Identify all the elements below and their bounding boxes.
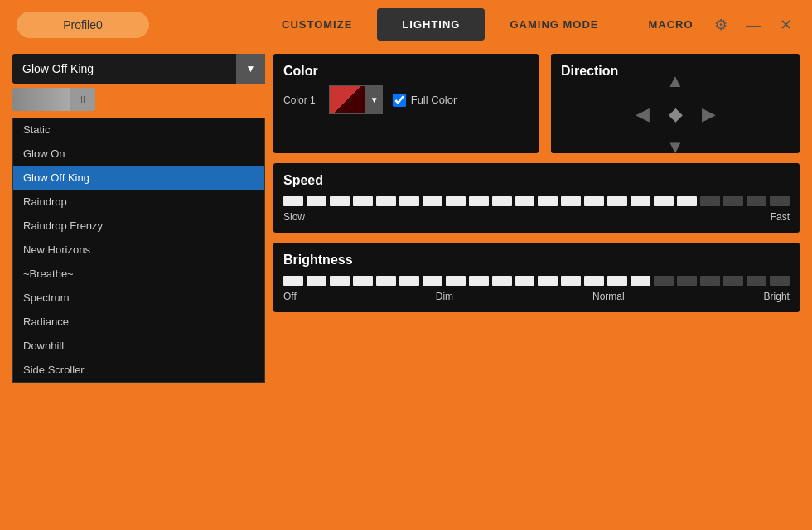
window-controls: ⚙ — ✕: [711, 15, 795, 35]
brightness-segment-12[interactable]: [561, 276, 581, 286]
list-item-selected[interactable]: Glow Off King: [13, 166, 264, 190]
close-button[interactable]: ✕: [776, 15, 795, 35]
brightness-panel: Brightness Off Dim Normal Bright: [273, 243, 800, 312]
color-strip-bar: II: [12, 88, 265, 111]
tab-lighting[interactable]: LIGHTING: [377, 8, 485, 41]
brightness-segment-15[interactable]: [631, 276, 650, 286]
tab-customize[interactable]: CUSTOMIZE: [257, 8, 377, 41]
list-item[interactable]: Radiance: [13, 310, 264, 334]
nav-tabs: CUSTOMIZE LIGHTING GAMING MODE MACRO: [257, 8, 718, 41]
list-item[interactable]: Static: [13, 118, 264, 142]
list-item[interactable]: Spectrum: [13, 286, 264, 310]
direction-arrows: ▲ ◀ ◆ ▶ ▼: [561, 85, 790, 143]
brightness-off-label: Off: [283, 291, 297, 302]
speed-segment-14[interactable]: [607, 196, 627, 206]
brightness-labels: Off Dim Normal Bright: [283, 291, 790, 302]
lighting-list[interactable]: Static Glow On Glow Off King Raindrop Ra…: [12, 118, 265, 383]
list-item[interactable]: Glow On: [13, 142, 264, 166]
list-item[interactable]: Raindrop: [13, 190, 264, 214]
list-item[interactable]: ~Breathe~: [13, 262, 264, 286]
brightness-segment-16[interactable]: [654, 276, 674, 286]
full-color-checkbox-label[interactable]: Full Color: [393, 94, 457, 107]
brightness-segment-6[interactable]: [423, 276, 442, 286]
color-panel-inner: Color 1 ▼ Full Color: [283, 85, 529, 114]
speed-segment-3[interactable]: [353, 196, 373, 206]
brightness-segment-18[interactable]: [700, 276, 720, 286]
speed-title: Speed: [283, 173, 790, 188]
minimize-button[interactable]: —: [743, 15, 763, 35]
profile-button[interactable]: Profile0: [17, 12, 149, 38]
brightness-slider-track[interactable]: [283, 276, 790, 286]
brightness-segment-1[interactable]: [307, 276, 326, 286]
speed-segment-13[interactable]: [584, 196, 604, 206]
brightness-segment-14[interactable]: [607, 276, 627, 286]
color-panel: Color Color 1 ▼ Full Color: [273, 54, 539, 153]
direction-panel: Direction ▲ ◀ ◆ ▶ ▼: [551, 54, 800, 153]
speed-segment-16[interactable]: [654, 196, 674, 206]
speed-segment-2[interactable]: [330, 196, 350, 206]
brightness-segment-8[interactable]: [469, 276, 489, 286]
top-row: Color Color 1 ▼ Full Color Direction: [273, 54, 800, 153]
speed-segment-9[interactable]: [492, 196, 512, 206]
speed-segment-20[interactable]: [747, 196, 766, 206]
speed-segment-8[interactable]: [469, 196, 489, 206]
arrow-down-button[interactable]: ▼: [659, 131, 692, 164]
brightness-bright-label: Bright: [764, 291, 790, 302]
brightness-segment-0[interactable]: [283, 276, 303, 286]
speed-segment-1[interactable]: [307, 196, 326, 206]
speed-segment-18[interactable]: [700, 196, 720, 206]
speed-segment-0[interactable]: [283, 196, 303, 206]
full-color-checkbox[interactable]: [393, 94, 406, 107]
brightness-segment-17[interactable]: [677, 276, 697, 286]
list-item[interactable]: Side Scroller: [13, 358, 264, 382]
list-item[interactable]: Loading Wheel: [13, 382, 264, 383]
brightness-segment-13[interactable]: [584, 276, 604, 286]
speed-segment-7[interactable]: [446, 196, 466, 206]
speed-fast-label: Fast: [771, 211, 790, 223]
arrow-grid: ▲ ◀ ◆ ▶ ▼: [626, 65, 725, 164]
arrow-right-button[interactable]: ▶: [692, 98, 725, 131]
speed-panel: Speed Slow Fast: [273, 163, 800, 233]
lighting-dropdown-container: Glow Off King ▼: [12, 54, 265, 84]
swatch-dropdown-button[interactable]: ▼: [366, 85, 383, 114]
lighting-dropdown[interactable]: Glow Off King: [12, 54, 265, 84]
arrow-left-button[interactable]: ◀: [626, 98, 659, 131]
brightness-segment-7[interactable]: [446, 276, 466, 286]
color-swatch[interactable]: [329, 85, 366, 114]
speed-segment-6[interactable]: [423, 196, 442, 206]
speed-segment-17[interactable]: [677, 196, 697, 206]
speed-slider-track[interactable]: [283, 196, 790, 206]
brightness-segment-9[interactable]: [492, 276, 512, 286]
list-item[interactable]: New Horizons: [13, 238, 264, 262]
brightness-dim-label: Dim: [436, 291, 453, 302]
list-item[interactable]: Raindrop Frenzy: [13, 214, 264, 238]
speed-segment-15[interactable]: [631, 196, 650, 206]
arrow-center-button[interactable]: ◆: [659, 98, 692, 131]
speed-segment-11[interactable]: [538, 196, 558, 206]
speed-segment-12[interactable]: [561, 196, 581, 206]
speed-slow-label: Slow: [283, 211, 305, 223]
brightness-segment-5[interactable]: [399, 276, 419, 286]
color-title: Color: [283, 64, 529, 79]
brightness-segment-21[interactable]: [770, 276, 790, 286]
speed-segment-19[interactable]: [723, 196, 743, 206]
speed-segment-5[interactable]: [399, 196, 419, 206]
speed-segment-10[interactable]: [515, 196, 535, 206]
brightness-normal-label: Normal: [592, 291, 625, 302]
arrow-up-button[interactable]: ▲: [659, 65, 692, 98]
brightness-segment-2[interactable]: [330, 276, 350, 286]
speed-segment-4[interactable]: [376, 196, 396, 206]
tab-gaming-mode[interactable]: GAMING MODE: [485, 8, 623, 41]
speed-slider-labels: Slow Fast: [283, 211, 790, 223]
brightness-segment-20[interactable]: [747, 276, 766, 286]
tab-macro[interactable]: MACRO: [624, 8, 718, 41]
list-item[interactable]: Downhill: [13, 334, 264, 358]
color-swatch-container: ▼: [329, 85, 383, 114]
brightness-segment-4[interactable]: [376, 276, 396, 286]
brightness-segment-10[interactable]: [515, 276, 535, 286]
brightness-segment-11[interactable]: [538, 276, 558, 286]
brightness-segment-19[interactable]: [723, 276, 743, 286]
speed-segment-21[interactable]: [770, 196, 790, 206]
main-content: Color Color 1 ▼ Full Color Direction: [273, 54, 800, 518]
brightness-segment-3[interactable]: [353, 276, 373, 286]
